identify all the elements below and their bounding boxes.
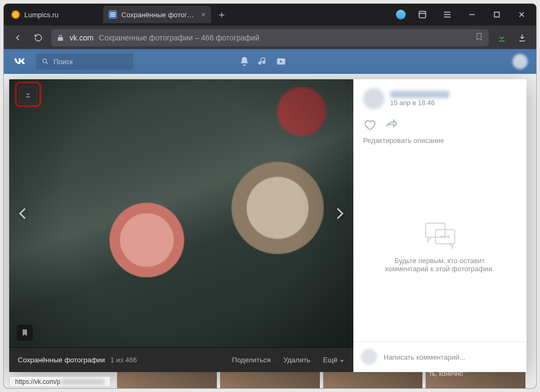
photo-viewer: Сохранённые фотографии 1 из 466 Поделить… (9, 79, 353, 372)
more-button[interactable]: Ещё (323, 356, 345, 364)
page-content: Поиск Страница на vk.com "после еды надо… (4, 49, 536, 388)
edit-description-link[interactable]: Редактировать описание (353, 136, 526, 152)
browser-menu-icon[interactable] (435, 4, 460, 25)
photo-sidebar: 15 апр в 18:46 Редактировать описание (353, 79, 526, 372)
address-path: Сохраненные фотографии – 466 фотографий (99, 33, 259, 42)
comment-input-row: Написать комментарий... (353, 341, 526, 372)
vk-top-icons (239, 56, 286, 67)
photo-actions-row (353, 112, 526, 136)
music-icon[interactable] (257, 56, 268, 67)
window-maximize-button[interactable] (484, 4, 509, 25)
lumpics-favicon-icon (11, 10, 20, 19)
vk-favicon-icon (108, 10, 117, 19)
search-icon (42, 58, 49, 65)
vk-header-bar: Поиск (4, 49, 536, 74)
vk-logo-icon[interactable] (12, 54, 28, 69)
user-avatar[interactable] (512, 54, 528, 69)
delete-button[interactable]: Удалить (284, 356, 311, 364)
comment-placeholder: Написать комментарий... (384, 353, 466, 361)
album-name[interactable]: Сохранённые фотографии (18, 356, 105, 364)
author-name[interactable] (390, 91, 449, 98)
svg-point-2 (43, 59, 46, 63)
download-photo-button[interactable] (19, 86, 37, 103)
svg-point-7 (445, 236, 446, 237)
photo-prev-button[interactable] (12, 203, 34, 224)
photo-image[interactable] (9, 79, 353, 347)
downloads-icon[interactable] (515, 30, 530, 45)
reader-mode-icon[interactable] (410, 4, 435, 25)
vk-search-placeholder: Поиск (53, 58, 73, 66)
video-play-icon[interactable] (276, 56, 286, 67)
browser-profile-icon[interactable] (396, 10, 406, 19)
browser-reload-button[interactable] (31, 30, 46, 45)
status-url: https://vk.com/p (15, 378, 60, 386)
svg-rect-0 (419, 11, 426, 18)
comment-input[interactable]: Написать комментарий... (382, 348, 518, 366)
share-button[interactable]: Поделиться (232, 356, 271, 364)
lock-icon (57, 34, 64, 42)
download-extension-icon[interactable] (494, 30, 509, 45)
browser-back-button[interactable] (10, 30, 25, 45)
photo-bookmark-button[interactable] (17, 325, 33, 341)
tab-title: Lumpics.ru (24, 11, 98, 19)
photo-counter: 1 из 466 (110, 356, 136, 364)
browser-url-bar: vk.com Сохраненные фотографии – 466 фото… (4, 25, 536, 49)
empty-comments-text: Будьте первым, кто оставит (385, 257, 494, 265)
share-action-button[interactable] (385, 118, 398, 133)
address-bar[interactable]: vk.com Сохраненные фотографии – 466 фото… (51, 29, 489, 46)
photo-next-button[interactable] (329, 203, 350, 224)
bookmark-icon[interactable] (475, 32, 483, 43)
photo-viewer-footer: Сохранённые фотографии 1 из 466 Поделить… (9, 347, 353, 372)
window-minimize-button[interactable] (460, 4, 484, 25)
notifications-icon[interactable] (239, 56, 250, 67)
browser-tab-strip: Lumpics.ru Сохранённые фотограф × ＋ (4, 4, 536, 25)
vk-search-input[interactable]: Поиск (36, 53, 133, 70)
window-close-button[interactable] (509, 4, 534, 25)
comment-user-avatar (361, 349, 377, 365)
svg-point-8 (448, 236, 449, 237)
tab-title: Сохранённые фотограф (121, 11, 197, 19)
new-tab-button[interactable]: ＋ (214, 7, 229, 22)
like-button[interactable] (363, 118, 376, 133)
author-avatar[interactable] (363, 88, 385, 109)
empty-comments-text: комментарий к этой фотографии. (385, 265, 494, 273)
svg-point-6 (441, 236, 443, 237)
photo-date: 15 апр в 18:46 (390, 99, 449, 107)
comments-empty-state: Будьте первым, кто оставит комментарий к… (353, 152, 526, 341)
photo-viewer-modal: Сохранённые фотографии 1 из 466 Поделить… (9, 79, 527, 372)
close-tab-icon[interactable]: × (201, 11, 206, 18)
tab-vk-photos[interactable]: Сохранённые фотограф × (103, 6, 211, 23)
status-url-blurred (61, 379, 105, 384)
comments-empty-icon (422, 221, 457, 249)
tab-lumpics[interactable]: Lumpics.ru (6, 6, 103, 23)
annotation-highlight-box (15, 81, 42, 107)
svg-rect-1 (495, 12, 500, 17)
address-domain: vk.com (70, 33, 93, 42)
author-section: 15 апр в 18:46 (353, 79, 526, 112)
browser-status-bar: https://vk.com/p (9, 376, 111, 387)
